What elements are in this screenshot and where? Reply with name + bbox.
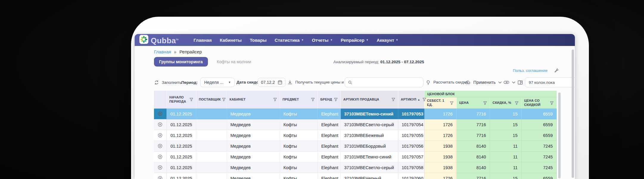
cell-cost[interactable]: 1938 (424, 162, 456, 173)
cell-seller-sku[interactable]: 37103МВЕБежевый (340, 130, 398, 141)
filter-funnel-icon[interactable] (422, 98, 426, 101)
columns-icon[interactable] (517, 80, 523, 85)
cell-brand[interactable]: Elephant (318, 152, 340, 162)
cell-cabinet[interactable]: Медведев (227, 130, 280, 141)
cell-brand[interactable]: Elephant (318, 162, 340, 173)
cell-period-start[interactable]: 01.12.2025 (167, 141, 196, 152)
cell-discounted-price[interactable]: 6559 (521, 109, 556, 119)
columns-visible-input[interactable]: 97 колон.пока (525, 77, 575, 87)
cell-brand[interactable]: Elephant (318, 119, 340, 130)
cell-subject[interactable]: Кофты (280, 173, 318, 179)
cell-cost[interactable]: 1726 (424, 109, 456, 119)
cell-supplier[interactable] (196, 162, 227, 173)
period-select[interactable]: Неделя ... ▼ (200, 78, 234, 87)
table-row[interactable]: 01.12.2025МедведевКофтыElephant37103МВЕТ… (154, 109, 556, 119)
monitoring-groups-button[interactable]: Группы мониторинга (154, 57, 208, 67)
search-input[interactable] (355, 80, 420, 85)
cell-supplier[interactable] (196, 109, 227, 119)
cell-supplier[interactable] (196, 130, 227, 141)
nav-item-repricer[interactable]: Репрайсер▼ (341, 38, 369, 43)
cell-sku[interactable]: 101797060 (398, 173, 424, 179)
cell-cabinet[interactable]: Медведев (227, 109, 280, 119)
circle-x-icon[interactable] (154, 122, 167, 127)
cell-sku[interactable]: 101797058 (398, 162, 424, 173)
cell-brand[interactable]: Elephant (318, 130, 340, 141)
col-header-unit-cost[interactable]: СЕБЕСТ. 1 ЕД. (424, 98, 456, 109)
cell-price[interactable]: 8140 (456, 152, 490, 162)
filter-funnel-icon[interactable] (515, 101, 519, 105)
cell-supplier[interactable] (196, 119, 227, 130)
cell-period-start[interactable]: 01.12.2025 (167, 119, 196, 130)
cell-discount[interactable]: 15 (490, 130, 521, 141)
cell-price[interactable]: 7716 (456, 173, 490, 179)
nav-item-products[interactable]: Товары (250, 38, 267, 43)
cell-seller-sku[interactable]: 37103МВЕТемно-синий (340, 109, 398, 119)
nav-item-account[interactable]: Аккаунт▼ (377, 38, 398, 43)
cell-cabinet[interactable]: Медведев (227, 162, 280, 173)
cell-discount[interactable]: 15 (490, 119, 521, 130)
cell-supplier[interactable] (196, 141, 227, 152)
cell-discounted-price[interactable]: 7245 (521, 141, 556, 152)
cell-subject[interactable]: Кофты (280, 109, 318, 119)
row-deselect-cell[interactable] (154, 141, 167, 152)
nav-item-home[interactable]: Главная (194, 38, 212, 43)
wrench-icon[interactable] (554, 68, 559, 73)
fill-button[interactable]: Заполнить (154, 80, 181, 85)
cell-sku[interactable]: 101797056 (398, 141, 424, 152)
cell-supplier[interactable] (196, 173, 227, 179)
nav-item-statistics[interactable]: Статистика▼ (275, 38, 304, 43)
col-header-discounted-price[interactable]: ЦЕНА СО СКИДКОЙ (521, 98, 556, 109)
cell-subject[interactable]: Кофты (280, 119, 318, 130)
discount-date-input[interactable]: 07.12.2 (258, 78, 286, 87)
row-deselect-cell[interactable] (154, 109, 167, 119)
cell-discount[interactable]: 15 (490, 109, 521, 119)
cell-period-start[interactable]: 01.12.2025 (167, 109, 196, 119)
cell-price[interactable]: 7716 (456, 109, 490, 119)
cell-period-start[interactable]: 01.12.2025 (167, 162, 196, 173)
cell-subject[interactable]: Кофты (280, 141, 318, 152)
col-header-cabinet[interactable]: КАБИНЕТ (227, 91, 280, 109)
cell-cost[interactable]: 1726 (424, 119, 456, 130)
col-header-seller-sku[interactable]: АРТИКУЛ ПРОДАВЦА (340, 91, 398, 109)
cell-subject[interactable]: Кофты (280, 152, 318, 162)
table-row[interactable]: 01.12.2025МедведевКофтыElephant37103МВЕБ… (154, 130, 556, 141)
cell-brand[interactable]: Elephant (318, 109, 340, 119)
cell-discount[interactable]: 11 (490, 152, 521, 162)
filter-funnel-icon[interactable] (189, 98, 193, 101)
cell-price[interactable]: 7716 (456, 130, 490, 141)
nav-item-cabinets[interactable]: Кабинеты (220, 38, 242, 43)
col-header-subject[interactable]: ПРЕДМЕТ (280, 91, 318, 109)
col-header-sku[interactable]: АРТИКУЛ ▲ (398, 91, 424, 109)
cell-seller-sku[interactable]: 37101МВЕТемно-синий (340, 152, 398, 162)
cell-discounted-price[interactable]: 6559 (521, 119, 556, 130)
cell-seller-sku[interactable]: 37103МВЕЧерный (340, 173, 398, 179)
cell-cost[interactable]: 1938 (424, 152, 456, 162)
cell-cabinet[interactable]: Медведев (227, 141, 280, 152)
circle-x-icon[interactable] (154, 143, 167, 149)
cell-supplier[interactable] (196, 152, 227, 162)
cell-discounted-price[interactable]: 7245 (521, 152, 556, 162)
circle-x-icon[interactable] (154, 176, 167, 179)
col-header-brand[interactable]: БРЕНД (318, 91, 340, 109)
cell-cost[interactable]: 1726 (424, 173, 456, 179)
cell-sku[interactable]: 101797054 (398, 119, 424, 130)
row-deselect-cell[interactable] (154, 152, 167, 162)
table-row[interactable]: 01.12.2025МедведевКофтыElephant37101МВЕТ… (154, 152, 556, 162)
circle-x-icon[interactable] (154, 133, 167, 138)
filter-funnel-icon[interactable] (391, 98, 395, 101)
app-logo[interactable]: Qubbaio (139, 35, 179, 45)
cell-price[interactable]: 8140 (456, 141, 490, 152)
circle-x-icon[interactable] (154, 111, 167, 116)
circle-x-icon[interactable] (154, 154, 167, 159)
table-row[interactable]: 01.12.2025МедведевКофтыElephant37101МВЕБ… (154, 141, 556, 152)
cell-brand[interactable]: Elephant (318, 173, 340, 179)
row-deselect-cell[interactable] (154, 162, 167, 173)
col-header-price[interactable]: ЦЕНА (456, 98, 490, 109)
cell-brand[interactable]: Elephant (318, 141, 340, 152)
table-row[interactable]: 01.12.2025МедведевКофтыElephant37101МВЕС… (154, 162, 556, 173)
nav-item-reports[interactable]: Отчеты▼ (312, 38, 333, 43)
row-deselect-cell[interactable] (154, 130, 167, 141)
col-header-supplier[interactable]: ПОСТАВЩИК (196, 91, 227, 109)
breadcrumb-home-link[interactable]: Главная (154, 49, 171, 54)
page-scrollbar[interactable] (572, 50, 574, 178)
